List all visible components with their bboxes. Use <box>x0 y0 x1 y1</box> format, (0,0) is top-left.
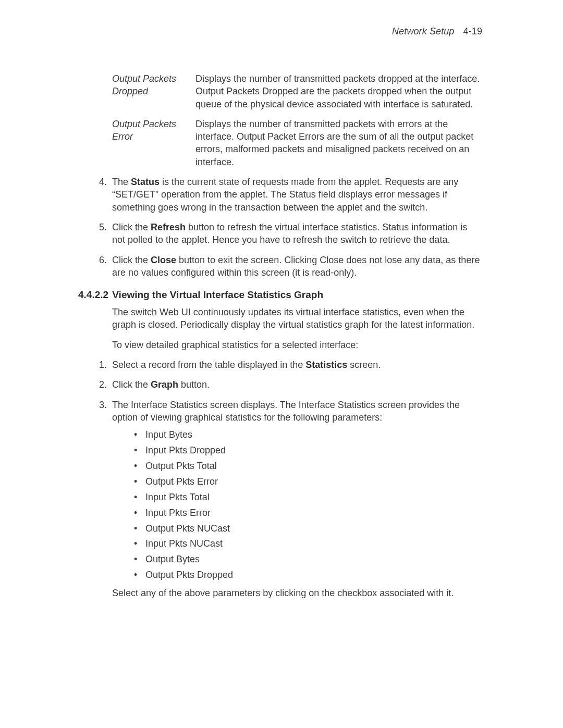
bold-term-status: Status <box>131 177 160 187</box>
body-paragraph: The switch Web UI continuously updates i… <box>112 306 482 331</box>
bullet-list: Input Bytes Input Pkts Dropped Output Pk… <box>134 428 482 583</box>
page: Network Setup 4-19 Output Packets Droppe… <box>0 0 563 728</box>
list-text-pre: Select a record from the table displayed… <box>112 360 305 370</box>
bullet-item: Input Pkts NUCast <box>134 537 482 551</box>
bold-term-close: Close <box>151 255 176 265</box>
definition-term: Output Packets Error <box>112 118 195 168</box>
numbered-list-sub: Select a record from the table displayed… <box>94 359 482 599</box>
bold-term-refresh: Refresh <box>151 222 186 232</box>
list-text-post: button. <box>178 379 210 390</box>
list-item: The Interface Statistics screen displays… <box>94 399 482 600</box>
bullet-item: Output Pkts Total <box>134 459 482 474</box>
bullet-item: Input Pkts Total <box>134 490 482 505</box>
definition-table: Output Packets Dropped Displays the numb… <box>112 72 482 168</box>
definition-description: Displays the number of transmitted packe… <box>195 72 482 110</box>
list-item: Select a record from the table displayed… <box>94 359 482 371</box>
definition-row: Output Packets Error Displays the number… <box>112 118 482 168</box>
bullet-item: Output Pkts NUCast <box>134 522 482 536</box>
header-title: Network Setup <box>392 26 460 36</box>
definition-description: Displays the number of transmitted packe… <box>195 118 482 168</box>
list-text-pre: Click the <box>112 255 151 265</box>
numbered-list-top: The Status is the current state of reque… <box>94 176 482 279</box>
page-header: Network Setup 4-19 <box>78 26 482 37</box>
bullet-item: Input Pkts Dropped <box>134 443 482 458</box>
body-paragraph: To view detailed graphical statistics fo… <box>112 339 482 351</box>
definition-row: Output Packets Dropped Displays the numb… <box>112 72 482 110</box>
list-text-pre: Click the <box>112 222 151 232</box>
list-text-pre: The <box>112 177 131 187</box>
list-item: Click the Close button to exit the scree… <box>94 254 482 279</box>
bullet-item: Input Bytes <box>134 428 482 442</box>
section-heading: 4.4.2.2 Viewing the Virtual Interface St… <box>78 289 482 301</box>
list-text-post: The Interface Statistics screen displays… <box>112 400 460 423</box>
list-text-post: is the current state of requests made fr… <box>112 177 458 213</box>
bullet-item: Input Pkts Error <box>134 506 482 521</box>
bold-term-statistics: Statistics <box>305 360 347 370</box>
list-item: Click the Graph button. <box>94 378 482 391</box>
bold-term-graph: Graph <box>151 379 178 390</box>
bullet-item: Output Bytes <box>134 552 482 567</box>
section-title: Viewing the Virtual Interface Statistics… <box>112 289 323 300</box>
list-item: Click the Refresh button to refresh the … <box>94 221 482 246</box>
bullet-item: Output Pkts Error <box>134 475 482 489</box>
list-text-pre: Click the <box>112 379 151 390</box>
header-page-number: 4-19 <box>463 26 482 36</box>
list-text-post: screen. <box>347 360 381 370</box>
bullet-item: Output Pkts Dropped <box>134 568 482 583</box>
section-number: 4.4.2.2 <box>78 289 109 301</box>
list-item: The Status is the current state of reque… <box>94 176 482 214</box>
closing-paragraph: Select any of the above parameters by cl… <box>112 587 482 599</box>
definition-term: Output Packets Dropped <box>112 72 195 110</box>
